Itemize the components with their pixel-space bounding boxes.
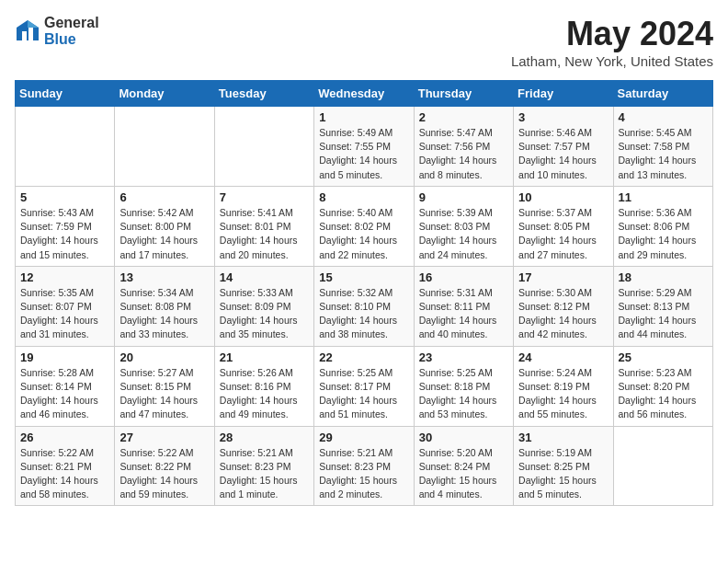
calendar-cell: 11Sunrise: 5:36 AM Sunset: 8:06 PM Dayli… bbox=[613, 186, 712, 266]
month-title: May 2024 bbox=[511, 15, 713, 53]
logo: General Blue bbox=[15, 15, 99, 47]
svg-marker-1 bbox=[28, 20, 39, 28]
calendar-cell bbox=[214, 107, 313, 187]
day-info: Sunrise: 5:34 AM Sunset: 8:08 PM Dayligh… bbox=[119, 286, 209, 342]
calendar-cell: 19Sunrise: 5:28 AM Sunset: 8:14 PM Dayli… bbox=[16, 346, 115, 426]
day-number: 14 bbox=[220, 270, 309, 284]
calendar-cell: 30Sunrise: 5:20 AM Sunset: 8:24 PM Dayli… bbox=[414, 426, 513, 506]
weekday-header-monday: Monday bbox=[115, 81, 214, 107]
day-number: 4 bbox=[619, 110, 708, 124]
day-number: 22 bbox=[319, 350, 408, 364]
calendar-cell: 25Sunrise: 5:23 AM Sunset: 8:20 PM Dayli… bbox=[613, 346, 712, 426]
calendar-table: SundayMondayTuesdayWednesdayThursdayFrid… bbox=[15, 80, 713, 506]
calendar-cell bbox=[16, 107, 115, 187]
day-info: Sunrise: 5:33 AM Sunset: 8:09 PM Dayligh… bbox=[220, 286, 309, 342]
location: Latham, New York, United States bbox=[511, 53, 713, 69]
calendar-cell: 31Sunrise: 5:19 AM Sunset: 8:25 PM Dayli… bbox=[514, 426, 613, 506]
day-number: 21 bbox=[220, 350, 309, 364]
day-number: 30 bbox=[419, 431, 508, 444]
calendar-cell: 1Sunrise: 5:49 AM Sunset: 7:55 PM Daylig… bbox=[314, 107, 414, 187]
day-info: Sunrise: 5:21 AM Sunset: 8:23 PM Dayligh… bbox=[220, 446, 309, 502]
weekday-header-thursday: Thursday bbox=[414, 81, 513, 107]
calendar-cell: 13Sunrise: 5:34 AM Sunset: 8:08 PM Dayli… bbox=[115, 266, 214, 346]
weekday-header-wednesday: Wednesday bbox=[314, 81, 414, 107]
calendar-cell: 22Sunrise: 5:25 AM Sunset: 8:17 PM Dayli… bbox=[314, 346, 414, 426]
day-info: Sunrise: 5:49 AM Sunset: 7:55 PM Dayligh… bbox=[319, 126, 408, 182]
calendar-cell: 27Sunrise: 5:22 AM Sunset: 8:22 PM Dayli… bbox=[115, 426, 214, 506]
title-block: May 2024 Latham, New York, United States bbox=[511, 15, 713, 69]
day-number: 3 bbox=[518, 110, 608, 124]
week-row-5: 26Sunrise: 5:22 AM Sunset: 8:21 PM Dayli… bbox=[16, 426, 713, 506]
day-info: Sunrise: 5:26 AM Sunset: 8:16 PM Dayligh… bbox=[220, 366, 309, 422]
day-info: Sunrise: 5:37 AM Sunset: 8:05 PM Dayligh… bbox=[518, 206, 608, 262]
day-info: Sunrise: 5:47 AM Sunset: 7:56 PM Dayligh… bbox=[419, 126, 508, 182]
calendar-cell: 5Sunrise: 5:43 AM Sunset: 7:59 PM Daylig… bbox=[16, 186, 115, 266]
day-info: Sunrise: 5:25 AM Sunset: 8:18 PM Dayligh… bbox=[419, 366, 508, 422]
week-row-4: 19Sunrise: 5:28 AM Sunset: 8:14 PM Dayli… bbox=[16, 346, 713, 426]
calendar-cell: 14Sunrise: 5:33 AM Sunset: 8:09 PM Dayli… bbox=[214, 266, 313, 346]
calendar-cell: 17Sunrise: 5:30 AM Sunset: 8:12 PM Dayli… bbox=[514, 266, 613, 346]
day-info: Sunrise: 5:41 AM Sunset: 8:01 PM Dayligh… bbox=[220, 206, 309, 262]
calendar-cell: 8Sunrise: 5:40 AM Sunset: 8:02 PM Daylig… bbox=[314, 186, 414, 266]
calendar-cell: 10Sunrise: 5:37 AM Sunset: 8:05 PM Dayli… bbox=[514, 186, 613, 266]
calendar-cell: 2Sunrise: 5:47 AM Sunset: 7:56 PM Daylig… bbox=[414, 107, 513, 187]
day-info: Sunrise: 5:20 AM Sunset: 8:24 PM Dayligh… bbox=[419, 446, 508, 502]
day-info: Sunrise: 5:36 AM Sunset: 8:06 PM Dayligh… bbox=[619, 206, 708, 262]
logo-text: General Blue bbox=[44, 15, 99, 47]
day-number: 31 bbox=[518, 431, 608, 444]
calendar-cell: 20Sunrise: 5:27 AM Sunset: 8:15 PM Dayli… bbox=[115, 346, 214, 426]
day-info: Sunrise: 5:19 AM Sunset: 8:25 PM Dayligh… bbox=[518, 446, 608, 502]
logo-general-text: General bbox=[44, 15, 99, 31]
day-info: Sunrise: 5:25 AM Sunset: 8:17 PM Dayligh… bbox=[319, 366, 408, 422]
day-number: 13 bbox=[119, 270, 209, 284]
calendar-cell: 9Sunrise: 5:39 AM Sunset: 8:03 PM Daylig… bbox=[414, 186, 513, 266]
day-number: 15 bbox=[319, 270, 408, 284]
day-info: Sunrise: 5:24 AM Sunset: 8:19 PM Dayligh… bbox=[518, 366, 608, 422]
calendar-cell: 23Sunrise: 5:25 AM Sunset: 8:18 PM Dayli… bbox=[414, 346, 513, 426]
day-number: 7 bbox=[220, 190, 309, 204]
day-info: Sunrise: 5:31 AM Sunset: 8:11 PM Dayligh… bbox=[419, 286, 508, 342]
day-info: Sunrise: 5:32 AM Sunset: 8:10 PM Dayligh… bbox=[319, 286, 408, 342]
day-number: 25 bbox=[619, 350, 708, 364]
day-info: Sunrise: 5:21 AM Sunset: 8:23 PM Dayligh… bbox=[319, 446, 408, 502]
week-row-1: 1Sunrise: 5:49 AM Sunset: 7:55 PM Daylig… bbox=[16, 107, 713, 187]
day-number: 5 bbox=[20, 190, 109, 204]
day-number: 1 bbox=[319, 110, 408, 124]
calendar-cell: 15Sunrise: 5:32 AM Sunset: 8:10 PM Dayli… bbox=[314, 266, 414, 346]
day-info: Sunrise: 5:39 AM Sunset: 8:03 PM Dayligh… bbox=[419, 206, 508, 262]
week-row-3: 12Sunrise: 5:35 AM Sunset: 8:07 PM Dayli… bbox=[16, 266, 713, 346]
day-number: 16 bbox=[419, 270, 508, 284]
weekday-header-row: SundayMondayTuesdayWednesdayThursdayFrid… bbox=[16, 81, 713, 107]
day-number: 20 bbox=[119, 350, 209, 364]
weekday-header-tuesday: Tuesday bbox=[214, 81, 313, 107]
day-number: 26 bbox=[20, 431, 109, 444]
day-number: 10 bbox=[518, 190, 608, 204]
weekday-header-sunday: Sunday bbox=[16, 81, 115, 107]
day-number: 28 bbox=[220, 431, 309, 444]
day-number: 9 bbox=[419, 190, 508, 204]
day-number: 8 bbox=[319, 190, 408, 204]
calendar-cell: 26Sunrise: 5:22 AM Sunset: 8:21 PM Dayli… bbox=[16, 426, 115, 506]
day-number: 11 bbox=[619, 190, 708, 204]
svg-rect-3 bbox=[28, 28, 33, 40]
calendar-cell: 21Sunrise: 5:26 AM Sunset: 8:16 PM Dayli… bbox=[214, 346, 313, 426]
day-number: 19 bbox=[20, 350, 109, 364]
logo-blue-text: Blue bbox=[44, 31, 99, 48]
day-info: Sunrise: 5:46 AM Sunset: 7:57 PM Dayligh… bbox=[518, 126, 608, 182]
day-info: Sunrise: 5:23 AM Sunset: 8:20 PM Dayligh… bbox=[619, 366, 708, 422]
calendar-cell: 29Sunrise: 5:21 AM Sunset: 8:23 PM Dayli… bbox=[314, 426, 414, 506]
day-info: Sunrise: 5:27 AM Sunset: 8:15 PM Dayligh… bbox=[119, 366, 209, 422]
calendar-cell: 18Sunrise: 5:29 AM Sunset: 8:13 PM Dayli… bbox=[613, 266, 712, 346]
day-info: Sunrise: 5:28 AM Sunset: 8:14 PM Dayligh… bbox=[20, 366, 109, 422]
weekday-header-saturday: Saturday bbox=[613, 81, 712, 107]
day-number: 6 bbox=[119, 190, 209, 204]
calendar-cell: 6Sunrise: 5:42 AM Sunset: 8:00 PM Daylig… bbox=[115, 186, 214, 266]
day-number: 23 bbox=[419, 350, 508, 364]
calendar-cell bbox=[613, 426, 712, 506]
day-number: 17 bbox=[518, 270, 608, 284]
day-info: Sunrise: 5:40 AM Sunset: 8:02 PM Dayligh… bbox=[319, 206, 408, 262]
day-info: Sunrise: 5:30 AM Sunset: 8:12 PM Dayligh… bbox=[518, 286, 608, 342]
logo-icon bbox=[15, 18, 40, 44]
weekday-header-friday: Friday bbox=[514, 81, 613, 107]
calendar-cell bbox=[115, 107, 214, 187]
